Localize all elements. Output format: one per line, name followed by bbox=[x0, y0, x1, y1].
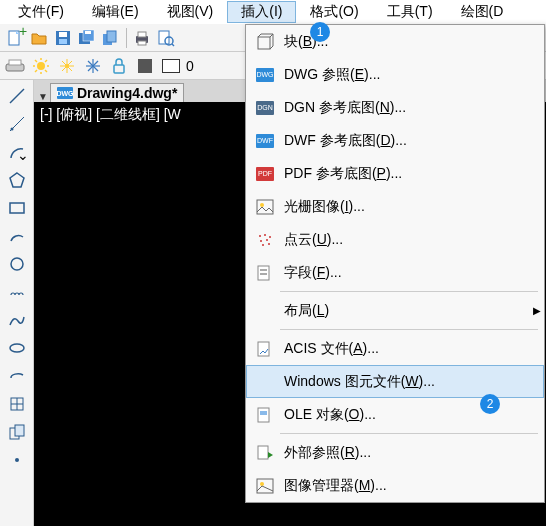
svg-point-56 bbox=[264, 234, 266, 236]
raster-icon bbox=[252, 199, 278, 215]
lineweight-value: 0 bbox=[186, 58, 194, 74]
svg-rect-7 bbox=[85, 31, 91, 34]
svg-point-18 bbox=[37, 62, 45, 70]
ole-icon bbox=[252, 406, 278, 424]
menu-item-acis[interactable]: ACIS 文件(A)... bbox=[246, 332, 544, 365]
thaw-icon[interactable] bbox=[82, 55, 104, 77]
svg-rect-11 bbox=[138, 32, 146, 37]
menu-tools[interactable]: 工具(T) bbox=[373, 1, 447, 23]
plotter-icon[interactable] bbox=[4, 55, 26, 77]
menu-item-layout[interactable]: 布局(L) ▶ bbox=[246, 294, 544, 327]
submenu-arrow-icon: ▶ bbox=[530, 305, 544, 316]
print-preview-icon[interactable] bbox=[155, 27, 177, 49]
color-icon[interactable] bbox=[134, 55, 156, 77]
dgn-ref-icon: DGN bbox=[252, 101, 278, 115]
menu-item-dgn-ref[interactable]: DGN DGN 参考底图(N)... bbox=[246, 91, 544, 124]
ellipse-tool[interactable] bbox=[7, 338, 27, 358]
svg-point-45 bbox=[10, 344, 24, 352]
ray-tool[interactable] bbox=[7, 114, 27, 134]
svg-rect-50 bbox=[15, 425, 24, 436]
annotation-badge-2: 2 bbox=[480, 394, 500, 414]
menu-item-dwg-ref[interactable]: DWG DWG 参照(E)... bbox=[246, 58, 544, 91]
make-block-tool[interactable] bbox=[7, 422, 27, 442]
new-icon[interactable]: + bbox=[4, 27, 26, 49]
menu-view[interactable]: 视图(V) bbox=[153, 1, 228, 23]
svg-point-44 bbox=[11, 258, 23, 270]
svg-point-40 bbox=[10, 128, 13, 131]
rect-tool[interactable] bbox=[7, 198, 27, 218]
insert-menu-dropdown: 块(B)... DWG DWG 参照(E)... DGN DGN 参考底图(N)… bbox=[245, 24, 545, 503]
svg-text:+: + bbox=[19, 23, 27, 39]
svg-rect-64 bbox=[260, 273, 267, 275]
dwf-ref-icon: DWF bbox=[252, 134, 278, 148]
menu-item-image-manager[interactable]: 图像管理器(M)... bbox=[246, 469, 544, 502]
dwg-ref-icon: DWG bbox=[252, 68, 278, 82]
svg-rect-68 bbox=[258, 446, 268, 459]
svg-rect-3 bbox=[59, 32, 67, 37]
menu-item-pointcloud[interactable]: 点云(U)... bbox=[246, 223, 544, 256]
revcloud-tool[interactable] bbox=[7, 282, 27, 302]
svg-point-59 bbox=[266, 239, 268, 241]
menu-item-field[interactable]: 字段(F)... bbox=[246, 256, 544, 289]
svg-rect-43 bbox=[10, 203, 24, 213]
copy-multi-icon[interactable] bbox=[100, 27, 122, 49]
svg-rect-9 bbox=[107, 31, 116, 42]
acis-icon bbox=[252, 340, 278, 358]
menu-edit[interactable]: 编辑(E) bbox=[78, 1, 153, 23]
svg-rect-65 bbox=[258, 342, 269, 356]
svg-rect-52 bbox=[258, 37, 270, 49]
menu-format[interactable]: 格式(O) bbox=[296, 1, 372, 23]
menu-item-xref[interactable]: 外部参照(R)... bbox=[246, 436, 544, 469]
open-icon[interactable] bbox=[28, 27, 50, 49]
svg-line-15 bbox=[172, 44, 174, 46]
sun-icon[interactable] bbox=[30, 55, 52, 77]
document-tab[interactable]: DWG Drawing4.dwg* bbox=[50, 83, 184, 102]
menu-item-raster[interactable]: 光栅图像(I)... bbox=[246, 190, 544, 223]
menu-draw[interactable]: 绘图(D bbox=[447, 1, 518, 23]
svg-rect-63 bbox=[260, 269, 267, 271]
tab-dropdown-icon[interactable]: ▼ bbox=[36, 91, 50, 102]
svg-rect-36 bbox=[114, 65, 124, 73]
circle-tool[interactable] bbox=[7, 254, 27, 274]
svg-point-51 bbox=[15, 458, 19, 462]
svg-rect-12 bbox=[138, 41, 146, 45]
svg-line-38 bbox=[10, 89, 24, 103]
line-tool[interactable] bbox=[7, 86, 27, 106]
svg-rect-67 bbox=[260, 411, 267, 415]
menu-item-block[interactable]: 块(B)... bbox=[246, 25, 544, 58]
svg-rect-69 bbox=[257, 479, 273, 493]
arc-tool[interactable]: ⌄ bbox=[7, 142, 27, 162]
point-tool[interactable] bbox=[7, 450, 27, 470]
svg-line-24 bbox=[45, 70, 47, 72]
svg-point-61 bbox=[268, 243, 270, 245]
field-icon bbox=[252, 264, 278, 282]
svg-point-57 bbox=[269, 236, 271, 238]
menu-insert[interactable]: 插入(I) bbox=[227, 1, 296, 23]
block-icon bbox=[252, 33, 278, 51]
polygon-tool[interactable] bbox=[7, 170, 27, 190]
menu-file[interactable]: 文件(F) bbox=[4, 1, 78, 23]
ellipsearc-tool[interactable] bbox=[7, 366, 27, 386]
svg-rect-53 bbox=[257, 200, 273, 214]
freeze-icon[interactable] bbox=[56, 55, 78, 77]
arc3p-tool[interactable] bbox=[7, 226, 27, 246]
insert-block-tool[interactable] bbox=[7, 394, 27, 414]
draw-toolbar: ⌄ bbox=[0, 80, 34, 526]
image-manager-icon bbox=[252, 478, 278, 494]
menu-item-pdf-ref[interactable]: PDF PDF 参考底图(P)... bbox=[246, 157, 544, 190]
print-icon[interactable] bbox=[131, 27, 153, 49]
svg-line-26 bbox=[35, 70, 37, 72]
xref-icon bbox=[252, 444, 278, 462]
svg-marker-42 bbox=[10, 173, 24, 187]
saveall-icon[interactable] bbox=[76, 27, 98, 49]
svg-point-60 bbox=[262, 244, 264, 246]
menu-item-wmf[interactable]: Windows 图元文件(W)... bbox=[246, 365, 544, 398]
pointcloud-icon bbox=[252, 232, 278, 248]
svg-point-70 bbox=[260, 482, 264, 486]
menu-item-dwf-ref[interactable]: DWF DWF 参考底图(D)... bbox=[246, 124, 544, 157]
save-icon[interactable] bbox=[52, 27, 74, 49]
lock-icon[interactable] bbox=[108, 55, 130, 77]
lineweight-field[interactable]: 0 bbox=[160, 55, 194, 77]
spline-tool[interactable] bbox=[7, 310, 27, 330]
svg-rect-37 bbox=[138, 59, 152, 73]
